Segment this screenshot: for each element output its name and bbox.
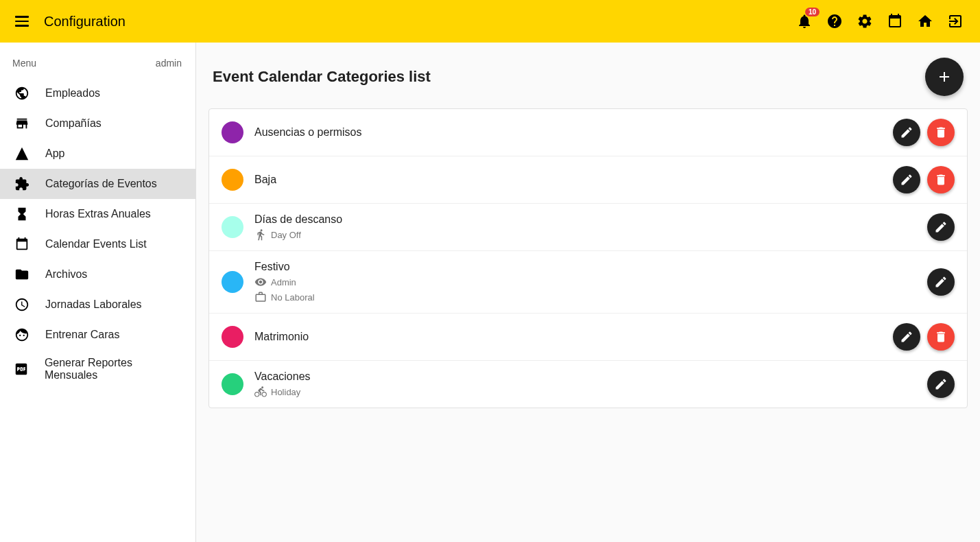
trash-icon: [934, 330, 948, 344]
help-button[interactable]: [825, 12, 844, 31]
pencil-icon: [934, 377, 948, 391]
sidebar-item-label: Generar Reportes Mensuales: [45, 357, 182, 381]
row-actions: [893, 323, 955, 351]
sidebar-item-3[interactable]: Categorías de Eventos: [0, 169, 195, 199]
sidebar-item-label: Compañías: [45, 117, 101, 130]
pencil-icon: [934, 220, 948, 234]
pencil-icon: [900, 330, 913, 344]
sidebar-item-label: Horas Extras Anuales: [45, 208, 151, 220]
settings-button[interactable]: [855, 12, 874, 31]
row-actions: [927, 370, 955, 398]
user-label: admin: [156, 58, 182, 69]
menu-label: Menu: [12, 58, 36, 69]
category-row: FestivoAdminNo Laboral: [209, 251, 967, 314]
main-header: Event Calendar Categories list: [208, 58, 968, 96]
sidebar-item-5[interactable]: Calendar Events List: [0, 229, 195, 259]
category-row: Ausencias o permisos: [209, 109, 967, 156]
delete-button[interactable]: [927, 323, 955, 351]
color-dot: [222, 373, 243, 395]
sidebar-item-7[interactable]: Jornadas Laborales: [0, 290, 195, 320]
sidebar-item-4[interactable]: Horas Extras Anuales: [0, 199, 195, 229]
help-icon: [826, 13, 843, 30]
edit-button[interactable]: [893, 323, 920, 351]
sidebar-item-8[interactable]: Entrenar Caras: [0, 320, 195, 350]
notification-badge: 10: [805, 8, 820, 16]
category-content: Matrimonio: [254, 331, 882, 343]
signal-icon: [14, 145, 30, 162]
category-row: Días de descansoDay Off: [209, 204, 967, 251]
edit-button[interactable]: [893, 166, 920, 193]
category-content: Días de descansoDay Off: [254, 213, 916, 241]
row-actions: [893, 166, 955, 193]
trash-icon: [934, 126, 948, 139]
notifications-button[interactable]: 10: [795, 12, 814, 31]
category-name: Festivo: [254, 261, 916, 273]
clock-icon: [14, 296, 30, 313]
sidebar-item-label: Calendar Events List: [45, 238, 147, 250]
store-icon: [14, 115, 30, 132]
hourglass-icon: [14, 206, 30, 222]
category-name: Baja: [254, 174, 882, 186]
category-content: Baja: [254, 174, 882, 186]
pdf-icon: [14, 361, 29, 377]
calendar-icon: [14, 236, 30, 252]
sidebar-item-label: Jornadas Laborales: [45, 298, 142, 311]
category-content: Ausencias o permisos: [254, 126, 882, 139]
walk-icon: [254, 228, 267, 241]
delete-button[interactable]: [927, 119, 955, 146]
nowork-icon: [254, 291, 267, 303]
main-title: Event Calendar Categories list: [213, 68, 431, 86]
topbar-right: 10: [795, 12, 965, 31]
color-dot: [222, 326, 243, 348]
category-row: Baja: [209, 156, 967, 204]
delete-button[interactable]: [927, 166, 955, 193]
globe-icon: [14, 85, 30, 102]
menu-toggle[interactable]: [15, 13, 32, 30]
category-name: Días de descanso: [254, 213, 916, 226]
sidebar-item-label: Entrenar Caras: [45, 329, 120, 341]
face-icon: [14, 327, 30, 343]
category-row: VacacionesHoliday: [209, 361, 967, 408]
row-actions: [927, 268, 955, 296]
sidebar-item-0[interactable]: Empleados: [0, 78, 195, 108]
sidebar-item-9[interactable]: Generar Reportes Mensuales: [0, 350, 195, 388]
category-content: VacacionesHoliday: [254, 370, 916, 398]
sidebar-item-label: Categorías de Eventos: [45, 178, 157, 190]
bike-icon: [254, 386, 267, 398]
category-name: Ausencias o permisos: [254, 126, 882, 139]
logout-button[interactable]: [946, 12, 965, 31]
logout-icon: [947, 13, 964, 30]
category-name: Vacaciones: [254, 370, 916, 383]
plus-icon: [936, 69, 953, 85]
edit-button[interactable]: [927, 213, 955, 241]
category-meta: Day Off: [254, 228, 916, 241]
category-meta: Admin: [254, 276, 916, 288]
ext-icon: [14, 176, 30, 192]
meta-label: Admin: [271, 277, 296, 287]
category-meta: Holiday: [254, 386, 916, 398]
edit-button[interactable]: [927, 370, 955, 398]
sidebar-header: Menu admin: [0, 54, 195, 78]
sidebar-item-2[interactable]: App: [0, 139, 195, 169]
folder-icon: [14, 266, 30, 283]
pencil-icon: [934, 275, 948, 289]
meta-label: No Laboral: [271, 292, 315, 303]
edit-button[interactable]: [893, 119, 920, 146]
category-content: FestivoAdminNo Laboral: [254, 261, 916, 303]
sidebar-item-6[interactable]: Archivos: [0, 259, 195, 290]
calendar-icon: [887, 13, 903, 30]
pencil-icon: [900, 126, 913, 139]
add-category-button[interactable]: [925, 58, 964, 96]
category-name: Matrimonio: [254, 331, 882, 343]
meta-label: Holiday: [271, 387, 300, 397]
row-actions: [927, 213, 955, 241]
home-button[interactable]: [916, 12, 935, 31]
row-actions: [893, 119, 955, 146]
calendar-button[interactable]: [885, 12, 905, 31]
sidebar-item-label: Empleados: [45, 87, 100, 99]
eye-icon: [254, 276, 267, 288]
edit-button[interactable]: [927, 268, 955, 296]
category-row: Matrimonio: [209, 314, 967, 361]
sidebar: Menu admin EmpleadosCompañíasAppCategorí…: [0, 43, 196, 542]
sidebar-item-1[interactable]: Compañías: [0, 108, 195, 139]
